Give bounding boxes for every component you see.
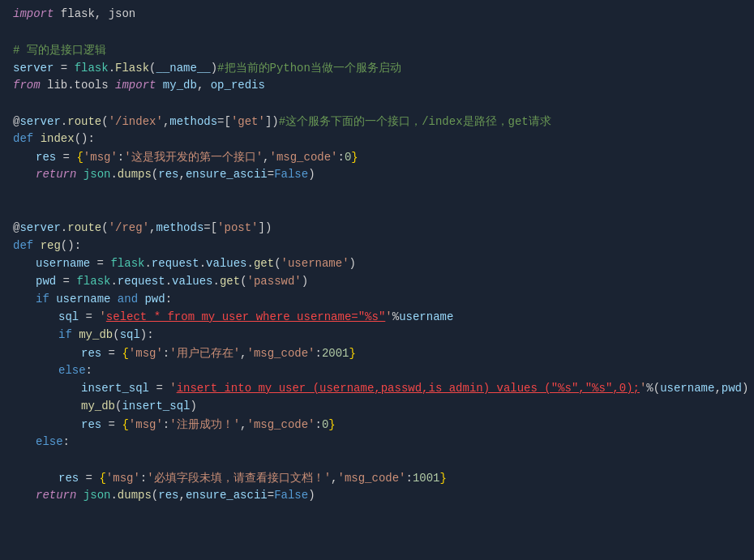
code-line-5: from lib.tools import my_db, op_redis	[0, 78, 754, 96]
line-content-16: pwd = flask.request.values.get('passwd')	[6, 275, 754, 288]
line-content-19: if my_db(sql):	[6, 328, 754, 341]
code-line-28: return json.dumps(res,ensure_ascii=False…	[0, 488, 754, 506]
code-line-2	[0, 24, 754, 42]
code-line-15: username = flask.request.values.get('use…	[0, 256, 754, 274]
line-content-5: from lib.tools import my_db, op_redis	[6, 79, 754, 92]
line-content-17: if username and pwd:	[6, 293, 754, 306]
line-content-4: server = flask.Flask(__name__)#把当前的Pytho…	[6, 61, 754, 75]
line-content-3: # 写的是接口逻辑	[6, 43, 754, 58]
code-line-4: server = flask.Flask(__name__)#把当前的Pytho…	[0, 60, 754, 78]
code-line-17: if username and pwd:	[0, 292, 754, 310]
line-content-22: insert_sql = 'insert into my_user (usern…	[6, 382, 754, 395]
line-content-24: res = {'msg':'注册成功！','msg_code':0}	[6, 417, 754, 432]
code-line-25: else:	[0, 434, 754, 452]
code-line-12	[0, 203, 754, 220]
code-line-11	[0, 185, 754, 203]
line-content-25: else:	[6, 435, 754, 448]
code-line-23: my_db(insert_sql)	[0, 399, 754, 417]
line-content-13: @server.route('/reg',methods=['post'])	[6, 221, 754, 234]
line-content-7: @server.route('/index',methods=['get'])#…	[6, 114, 754, 129]
line-content-20: res = {'msg':'用户已存在','msg_code':2001}	[6, 346, 754, 361]
code-line-18: sql = 'select * from my_user where usern…	[0, 310, 754, 327]
code-line-7: @server.route('/index',methods=['get'])#…	[0, 113, 754, 131]
line-content-15: username = flask.request.values.get('use…	[6, 257, 754, 270]
line-content-18: sql = 'select * from my_user where usern…	[6, 310, 754, 323]
line-content-10: return json.dumps(res,ensure_ascii=False…	[6, 168, 754, 181]
code-line-9: res = {'msg':'这是我开发的第一个接口','msg_code':0}	[0, 149, 754, 167]
line-content-28: return json.dumps(res,ensure_ascii=False…	[6, 489, 754, 502]
code-line-3: # 写的是接口逻辑	[0, 42, 754, 60]
line-content-23: my_db(insert_sql)	[6, 400, 754, 413]
code-line-14: def reg():	[0, 238, 754, 256]
code-line-16: pwd = flask.request.values.get('passwd')	[0, 274, 754, 292]
code-line-8: def index():	[0, 131, 754, 149]
keyword-import: import	[13, 7, 54, 20]
code-line-24: res = {'msg':'注册成功！','msg_code':0}	[0, 417, 754, 434]
line-content-14: def reg():	[6, 239, 754, 252]
line-content-1: import flask, json	[6, 7, 754, 20]
code-line-27: res = {'msg':'必填字段未填，请查看接口文档！','msg_code…	[0, 470, 754, 488]
code-line-21: else:	[0, 363, 754, 381]
code-line-6	[0, 96, 754, 113]
line-content-8: def index():	[6, 132, 754, 145]
code-line-22: insert_sql = 'insert into my_user (usern…	[0, 381, 754, 399]
line-content-27: res = {'msg':'必填字段未填，请查看接口文档！','msg_code…	[6, 471, 754, 485]
code-line-1: import flask, json	[0, 6, 754, 24]
code-line-19: if my_db(sql):	[0, 327, 754, 345]
code-line-13: @server.route('/reg',methods=['post'])	[0, 220, 754, 238]
code-editor: import flask, json # 写的是接口逻辑 server = fl…	[0, 0, 754, 512]
code-line-20: res = {'msg':'用户已存在','msg_code':2001}	[0, 345, 754, 363]
line-content-9: res = {'msg':'这是我开发的第一个接口','msg_code':0}	[6, 150, 754, 165]
code-line-10: return json.dumps(res,ensure_ascii=False…	[0, 167, 754, 185]
code-line-26	[0, 452, 754, 470]
line-content-21: else:	[6, 364, 754, 377]
